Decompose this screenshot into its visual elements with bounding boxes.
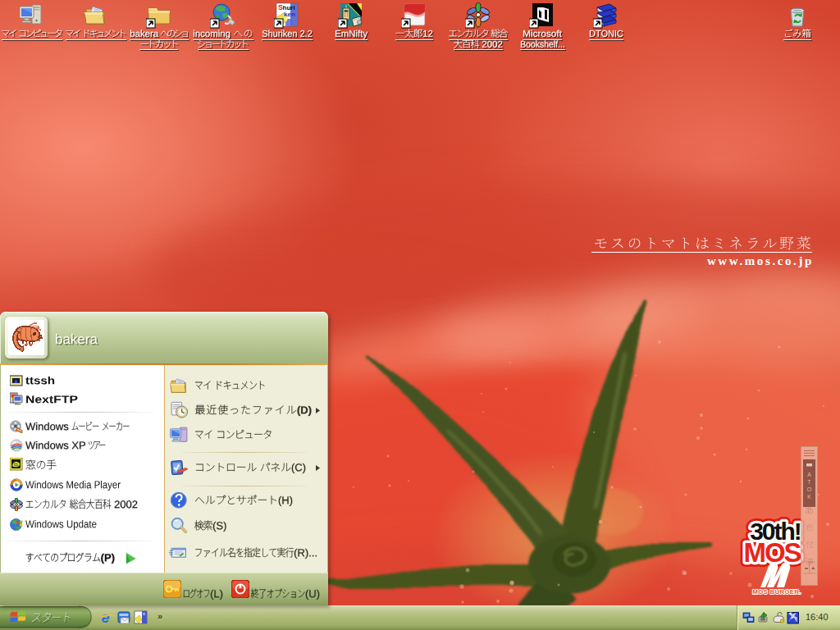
svg-text:ken: ken	[284, 11, 295, 18]
svg-text:A: A	[807, 472, 811, 477]
svg-text:K: K	[807, 494, 811, 500]
svg-text:O: O	[807, 486, 812, 492]
svg-text:MOS BURGER.: MOS BURGER.	[752, 588, 801, 596]
svg-text:T: T	[807, 479, 811, 485]
svg-text:»: »	[158, 611, 162, 621]
svg-text:e: e	[102, 610, 110, 625]
